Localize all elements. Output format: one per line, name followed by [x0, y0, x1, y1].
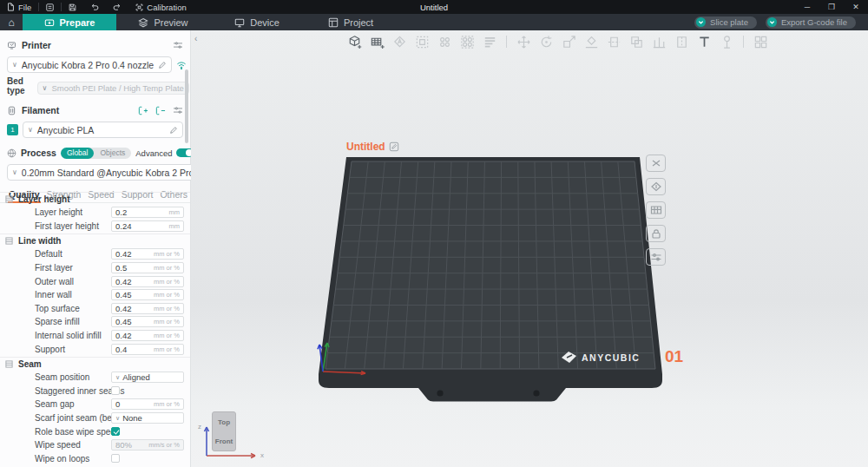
param-input-sparse-infill[interactable]: 0.45mm or %: [111, 316, 184, 327]
slice-dropdown-icon[interactable]: [696, 17, 706, 27]
redo-button[interactable]: [106, 0, 128, 14]
arrange-plate-button[interactable]: [646, 201, 666, 219]
lay-flat-icon[interactable]: [582, 33, 600, 50]
remove-filament-icon[interactable]: [155, 106, 166, 115]
rotate-icon[interactable]: [537, 33, 555, 50]
param-select-seam-position[interactable]: ∨Aligned: [111, 372, 184, 383]
param-input-seam-gap[interactable]: 0mm or %: [111, 398, 184, 410]
window-controls: ─ ❐ ✕: [795, 0, 868, 14]
tab-device[interactable]: Device: [210, 14, 304, 30]
export-gcode-button[interactable]: Export G-code file: [766, 16, 856, 29]
param-row-first-layer: First layer0.5mm or %: [0, 261, 190, 275]
param-label: Sparse infill: [35, 317, 80, 326]
variable-layer-height-icon[interactable]: [481, 33, 498, 50]
tab-preview[interactable]: Preview: [116, 14, 210, 30]
save-button[interactable]: [62, 0, 83, 14]
text-icon[interactable]: [695, 33, 713, 50]
file-menu-label: File: [18, 3, 31, 12]
scale-icon[interactable]: [560, 33, 577, 50]
move-icon[interactable]: [515, 33, 532, 50]
edit-printer-icon[interactable]: [158, 61, 167, 69]
bed-type-value: Smooth PEI Plate / High Temp Plate: [51, 83, 183, 93]
param-input-outer-wall[interactable]: 0.42mm or %: [111, 276, 184, 287]
arrange-icon[interactable]: [413, 33, 431, 50]
file-icon: [7, 3, 15, 11]
param-input-inner-wall[interactable]: 0.45mm or %: [111, 289, 184, 300]
settings-sidebar: Printer ∨ Anycubic Kobra 2 Pro 0.4 nozzl…: [0, 30, 191, 467]
slice-plate-button[interactable]: Slice plate: [694, 16, 757, 29]
param-label: First layer: [35, 263, 73, 273]
assembly-view-icon[interactable]: [752, 33, 769, 50]
filament-preset-select[interactable]: ∨ Anycubic PLA: [23, 122, 183, 138]
add-plate-icon[interactable]: [368, 33, 385, 50]
delete-plate-button[interactable]: [646, 155, 666, 172]
sidebar-scrollbar[interactable]: [185, 69, 188, 143]
process-preset-select[interactable]: ∨ 0.20mm Standard @Anycubic Kobra 2 Pro.…: [7, 164, 207, 181]
file-menu[interactable]: File: [0, 0, 38, 14]
split-to-objects-icon[interactable]: [436, 33, 453, 50]
auto-orient-plate-button[interactable]: [646, 178, 666, 195]
split-to-parts-icon[interactable]: [458, 33, 476, 50]
plate-settings-button[interactable]: [646, 248, 666, 266]
edit-filament-icon[interactable]: [169, 126, 178, 135]
scope-objects-button[interactable]: Objects: [94, 148, 131, 157]
auto-orient-icon[interactable]: [391, 33, 408, 50]
main-tabbar: ⌂ Prepare Preview Device Project Slice p…: [0, 14, 868, 30]
prepare-icon: [44, 17, 55, 28]
svg-icon[interactable]: [718, 33, 735, 50]
param-input-first-layer-height[interactable]: 0.24mm: [111, 220, 184, 232]
viewport-3d[interactable]: ‹ ANYCUBIC Untitl: [191, 30, 868, 467]
advanced-label: Advanced: [135, 148, 172, 158]
printer-icon: [7, 41, 16, 50]
lock-plate-button[interactable]: [646, 225, 666, 242]
scope-global-button[interactable]: Global: [61, 148, 95, 159]
add-filament-icon[interactable]: [138, 106, 148, 115]
param-row-internal-solid-infill: Internal solid infill0.42mm or %: [0, 329, 190, 343]
calibration-menu[interactable]: Calibration: [128, 0, 193, 14]
cut-icon[interactable]: [605, 33, 622, 50]
printer-preset-select[interactable]: ∨ Anycubic Kobra 2 Pro 0.4 nozzle: [7, 56, 172, 73]
bed-type-select[interactable]: ∨ Smooth PEI Plate / High Temp Plate: [37, 82, 189, 95]
maximize-button[interactable]: ❐: [819, 0, 844, 14]
param-input-layer-height[interactable]: 0.2mm: [111, 207, 184, 218]
param-select-scarf-joint-seam-beta-[interactable]: ∨None: [111, 412, 184, 424]
param-row-wipe-on-loops: Wipe on loops: [0, 452, 190, 466]
toolbar-divider: [743, 36, 744, 48]
param-checkbox-role-base-wipe-speed[interactable]: [111, 427, 120, 436]
tab-project-label: Project: [344, 17, 373, 28]
filament-settings-icon[interactable]: [173, 106, 183, 115]
param-input-first-layer[interactable]: 0.5mm or %: [111, 262, 184, 273]
plate-name[interactable]: Untitled: [346, 141, 399, 153]
build-plate[interactable]: ANYCUBIC: [191, 30, 868, 467]
export-dropdown-icon[interactable]: [767, 17, 777, 27]
param-input-wipe-speed[interactable]: 80%mm/s or %: [111, 439, 184, 451]
mesh-boolean-icon[interactable]: [628, 33, 645, 50]
home-button[interactable]: ⌂: [0, 14, 23, 30]
param-input-internal-solid-infill[interactable]: 0.42mm or %: [111, 330, 184, 341]
support-painting-icon[interactable]: [650, 33, 667, 50]
param-input-default[interactable]: 0.42mm or %: [111, 248, 184, 260]
param-input-support[interactable]: 0.4mm or %: [111, 344, 184, 355]
wifi-connect-icon[interactable]: [176, 61, 187, 69]
add-object-icon[interactable]: [345, 33, 363, 50]
edit-plate-name-icon[interactable]: [389, 141, 399, 152]
undo-button[interactable]: [83, 0, 106, 14]
chevron-down-icon: ∨: [43, 84, 48, 92]
menu-list-icon: [46, 3, 54, 11]
seam-painting-icon[interactable]: [673, 33, 690, 50]
slice-plate-label: Slice plate: [710, 17, 748, 27]
tab-project[interactable]: Project: [304, 14, 398, 30]
process-globe-icon: [7, 148, 16, 158]
filament-slot-badge: 1: [7, 124, 18, 135]
param-checkbox-staggered-inner-seams[interactable]: [111, 386, 120, 395]
close-button[interactable]: ✕: [844, 0, 868, 14]
toolbar-divider: [506, 36, 507, 48]
plate-button-column: [646, 155, 666, 266]
printer-settings-icon[interactable]: [173, 41, 183, 49]
param-checkbox-wipe-on-loops[interactable]: [111, 454, 120, 463]
tab-prepare[interactable]: Prepare: [23, 14, 116, 30]
calibration-icon: [135, 3, 143, 11]
minimize-button[interactable]: ─: [795, 0, 819, 14]
menu-list-button[interactable]: [39, 0, 61, 14]
param-input-top-surface[interactable]: 0.42mm or %: [111, 303, 184, 314]
